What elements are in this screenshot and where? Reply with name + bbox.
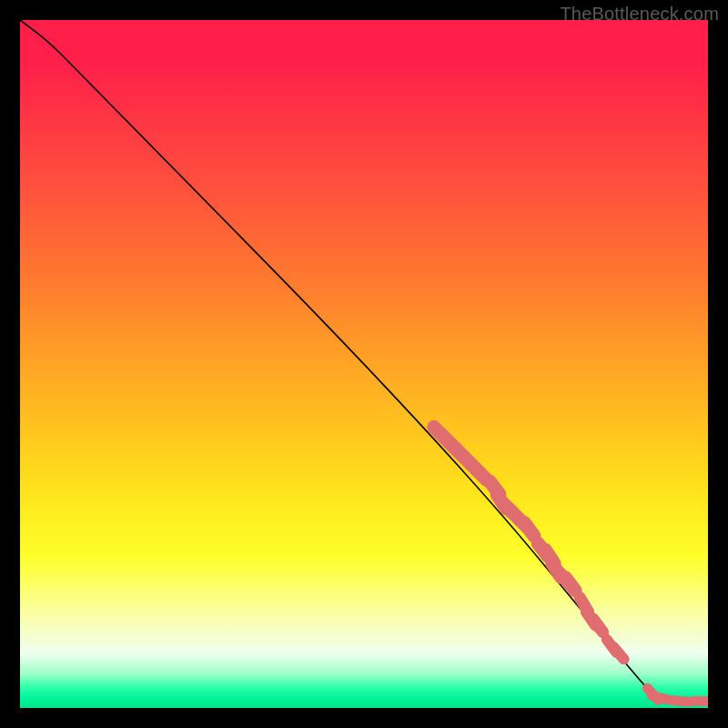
plot-area [20,20,708,708]
markers [434,427,708,702]
chart-overlay [20,20,708,708]
marker [652,695,667,699]
chart-stage: TheBottleneck.com [0,0,728,728]
marker [524,522,534,535]
curve [20,20,708,701]
marker [593,619,603,632]
marker [672,701,689,702]
marker [565,578,575,591]
credit-text: TheBottleneck.com [560,4,719,25]
